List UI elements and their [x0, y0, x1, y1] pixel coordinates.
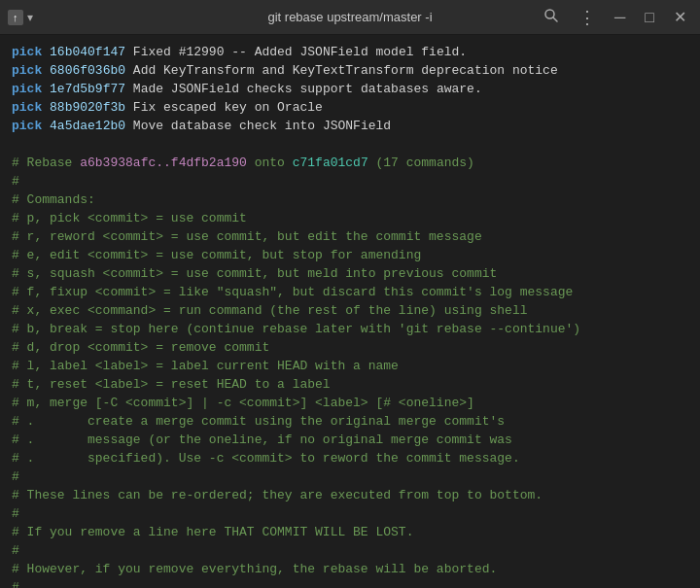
- editor-line-4: pick 88b9020f3b Fix escaped key on Oracl…: [12, 98, 688, 117]
- titlebar-left: ↑ ▾: [8, 10, 33, 25]
- search-icon[interactable]: [538, 6, 565, 29]
- editor-comment-12: # t, reset <label> = reset HEAD to a lab…: [12, 375, 688, 394]
- tab-icon: ↑: [8, 10, 23, 25]
- editor-line-1: pick 16b040f147 Fixed #12990 -- Added JS…: [12, 43, 688, 61]
- editor-comment-8: # x, exec <command> = run command (the r…: [12, 301, 688, 320]
- editor-comment-13: # m, merge [-C <commit>] | -c <commit>] …: [12, 394, 688, 412]
- editor-rebase-line: # Rebase a6b3938afc..f4dfb2a190 onto c71…: [12, 154, 688, 172]
- editor-comment-14: # . create a merge commit using the orig…: [12, 412, 688, 431]
- maximize-button[interactable]: □: [639, 7, 660, 28]
- close-button[interactable]: ✕: [668, 6, 692, 28]
- editor-comment-22: # However, if you remove everything, the…: [12, 560, 688, 578]
- editor-comment-23: #: [12, 578, 688, 588]
- editor-comment-16: # . specified). Use -c <commit> to rewor…: [12, 449, 688, 467]
- editor-line-5: pick 4a5dae12b0 Move database check into…: [12, 117, 688, 135]
- editor-comment-9: # b, break = stop here (continue rebase …: [12, 320, 688, 338]
- editor-comment-10: # d, drop <commit> = remove commit: [12, 338, 688, 357]
- editor-comment-15: # . message (or the oneline, if no origi…: [12, 431, 688, 449]
- editor: pick 16b040f147 Fixed #12990 -- Added JS…: [0, 35, 700, 588]
- editor-comment-20: # If you remove a line here THAT COMMIT …: [12, 523, 688, 541]
- editor-line-3: pick 1e7d5b9f77 Made JSONField checks su…: [12, 80, 688, 98]
- titlebar: ↑ ▾ git rebase upstream/master -i ⋮ ─ □ …: [0, 0, 700, 35]
- editor-comment-4: # r, reword <commit> = use commit, but e…: [12, 227, 688, 246]
- editor-blank-1: [12, 135, 688, 154]
- svg-line-1: [553, 17, 557, 21]
- editor-line-2: pick 6806f036b0 Add KeyTransform and Key…: [12, 61, 688, 80]
- editor-comment-2: # Commands:: [12, 190, 688, 209]
- editor-comment-11: # l, label <label> = label current HEAD …: [12, 357, 688, 375]
- editor-comment-1: #: [12, 172, 688, 190]
- editor-comment-3: # p, pick <commit> = use commit: [12, 209, 688, 227]
- editor-comment-7: # f, fixup <commit> = like "squash", but…: [12, 283, 688, 301]
- titlebar-title: git rebase upstream/master -i: [267, 10, 432, 24]
- dropdown-icon[interactable]: ▾: [27, 11, 33, 24]
- menu-icon[interactable]: ⋮: [573, 5, 601, 30]
- editor-comment-19: #: [12, 504, 688, 523]
- minimize-button[interactable]: ─: [609, 7, 631, 28]
- editor-comment-6: # s, squash <commit> = use commit, but m…: [12, 264, 688, 283]
- titlebar-controls: ⋮ ─ □ ✕: [538, 5, 692, 30]
- editor-comment-5: # e, edit <commit> = use commit, but sto…: [12, 246, 688, 264]
- editor-comment-17: #: [12, 467, 688, 486]
- editor-comment-21: #: [12, 541, 688, 560]
- editor-comment-18: # These lines can be re-ordered; they ar…: [12, 486, 688, 504]
